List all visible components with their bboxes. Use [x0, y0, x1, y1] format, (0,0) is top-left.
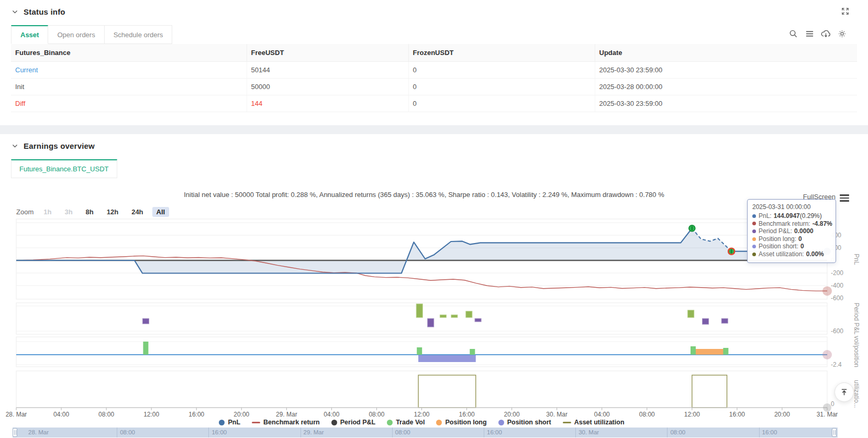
datazoom-tick	[759, 428, 760, 437]
menu-icon[interactable]	[804, 28, 815, 39]
legend-item-asset-utilization[interactable]: Asset utilization	[563, 419, 625, 426]
x-axis-label: 29. Mar	[276, 411, 297, 418]
table-row: Current5014402025-03-30 23:59:00	[11, 61, 857, 78]
cell-value: 0	[413, 83, 417, 91]
tooltip-row: Period P&L:0.0000	[752, 227, 831, 235]
zoom-button-1h: 1h	[39, 207, 55, 217]
column-header-frozenusdt: FrozenUSDT	[408, 44, 595, 61]
status-tab-open-orders[interactable]: Open orders	[48, 25, 104, 44]
x-axis-label: 04:00	[53, 411, 69, 418]
x-axis-label: 12:00	[684, 411, 700, 418]
period-pnl-bar	[416, 304, 422, 317]
circle-marker	[498, 420, 504, 425]
x-axis-label: 12:00	[414, 411, 429, 418]
tooltip-row: Benchmark return:-4.87%	[752, 220, 831, 228]
datazoom-tick	[208, 428, 209, 437]
cell-value: 144	[251, 100, 263, 107]
trade-vol-bar	[470, 349, 475, 355]
trade-vol-bar	[723, 348, 728, 355]
datazoom-label: 16:00	[762, 429, 777, 435]
vol-end-dot	[822, 350, 832, 359]
datazoom-label: 29. Mar	[304, 429, 324, 435]
legend-item-pnl[interactable]: PnL	[219, 419, 240, 426]
datazoom-label: 16:00	[212, 429, 227, 435]
circle-marker	[387, 420, 393, 425]
datazoom-label: 08:00	[395, 429, 410, 435]
series-color-dot	[752, 237, 756, 241]
settings-icon[interactable]	[837, 28, 847, 39]
x-axis-label: 16:00	[459, 411, 475, 418]
datazoom-slider[interactable]: 28. Mar08:0016:0029. Mar08:0016:0030. Ma…	[13, 428, 838, 437]
datazoom-tick	[117, 428, 117, 437]
zoom-button-all[interactable]: All	[152, 207, 170, 217]
legend-item-position-long[interactable]: Position long	[436, 419, 486, 426]
datazoom-label: 28. Mar	[28, 429, 49, 435]
series-color-dot	[752, 229, 756, 233]
x-axis-label: 04:00	[324, 411, 339, 418]
datazoom-tick	[301, 428, 301, 437]
zoom-button-24h[interactable]: 24h	[127, 207, 147, 217]
zoom-button-12h[interactable]: 12h	[103, 207, 123, 217]
period-pnl-bar	[703, 319, 709, 324]
legend-item-trade-vol[interactable]: Trade Vol	[387, 419, 425, 426]
tooltip-timestamp: 2025-03-31 00:00:00	[752, 203, 831, 211]
series-color-dot	[752, 214, 756, 218]
cell-value: 0	[413, 66, 417, 74]
datazoom-tick	[575, 428, 576, 437]
column-header-update: Update	[595, 44, 857, 61]
collapse-chevron-icon[interactable]	[12, 8, 18, 15]
axis-label: -200	[831, 269, 843, 277]
period-pnl-bar	[466, 311, 472, 317]
status-info-header: Status info	[0, 0, 868, 16]
x-axis-label: 28. Mar	[6, 411, 27, 418]
tooltip-row: Position short:0	[752, 243, 831, 250]
table-row: Init5000002025-03-28 00:00:00	[11, 78, 857, 95]
datazoom-right-handle[interactable]	[832, 428, 837, 437]
circle-marker	[436, 420, 442, 425]
x-axis-label: 08:00	[369, 411, 384, 418]
axis-label: -2.4	[831, 361, 842, 368]
series-color-dot	[752, 222, 756, 225]
trade-vol-bar	[143, 342, 148, 355]
position-short-band	[418, 355, 476, 362]
asset-table-header-row: Futures_BinanceFreeUSDTFrozenUSDTUpdate	[11, 44, 857, 61]
page: Status info AssetOpen ordersSchedule ord…	[0, 0, 868, 438]
x-axis-label: 16:00	[188, 411, 204, 418]
legend-item-benchmark-return[interactable]: Benchmark return	[252, 419, 320, 426]
cell-value: 2025-03-30 23:59:00	[599, 100, 663, 107]
cell-value: 0	[413, 100, 417, 107]
x-axis-label: 08:00	[639, 411, 655, 418]
search-icon[interactable]	[788, 28, 798, 39]
column-header-futures_binance: Futures_Binance	[11, 44, 247, 61]
x-axis-label: 20:00	[504, 411, 520, 418]
x-axis-label: 04:00	[594, 411, 610, 418]
tooltip-row: Position long:0	[752, 235, 831, 243]
axis-label: -400	[831, 282, 843, 289]
x-axis-label: 30. Mar	[546, 411, 567, 418]
link-current[interactable]: Current	[15, 66, 38, 74]
expand-icon[interactable]	[841, 7, 849, 17]
back-to-top-icon[interactable]	[834, 382, 854, 402]
legend-item-position-short[interactable]: Position short	[498, 419, 551, 426]
line-marker	[563, 422, 571, 423]
datazoom-left-handle[interactable]	[13, 428, 17, 437]
datazoom-label: 08:00	[120, 429, 135, 435]
trade-vol-bar	[691, 346, 696, 355]
column-header-freeusdt: FreeUSDT	[247, 44, 408, 61]
circle-marker	[219, 420, 225, 425]
legend-item-period-p&l[interactable]: Period P&L	[331, 419, 375, 426]
trade-vol-bar	[417, 347, 422, 355]
series-color-dot	[752, 253, 756, 256]
asset-utilization-rect	[692, 375, 727, 408]
status-tab-asset[interactable]: Asset	[11, 25, 48, 44]
datazoom-label: 16:00	[487, 429, 502, 435]
tooltip-row: PnL:144.0947 (0.29%)	[752, 212, 831, 220]
zoom-button-8h[interactable]: 8h	[82, 207, 98, 217]
panel-name-label: PnL	[853, 254, 860, 265]
chart-menu-icon[interactable]	[840, 194, 849, 202]
earnings-chart[interactable]: 4002000-200-400-600-600-2.40PnLPeriod P&…	[0, 134, 868, 438]
datazoom-tick	[667, 428, 667, 437]
cloud-download-icon[interactable]	[820, 28, 831, 39]
status-tab-schedule-orders[interactable]: Schedule orders	[105, 25, 173, 44]
chart-zoom-controls: Zoom 1h3h8h12h24hAll	[16, 207, 169, 217]
